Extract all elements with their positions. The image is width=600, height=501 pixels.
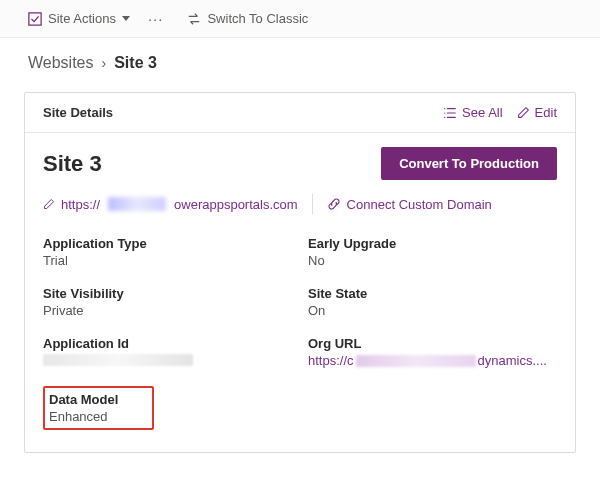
- site-url-row: https:// owerappsportals.com Connect Cus…: [43, 194, 557, 214]
- chevron-right-icon: ›: [102, 55, 107, 71]
- see-all-label: See All: [462, 105, 502, 120]
- breadcrumb-current: Site 3: [114, 54, 157, 72]
- card-body: Site 3 Convert To Production https:// ow…: [25, 133, 575, 452]
- org-url-prefix: https://c: [308, 353, 354, 368]
- field-application-type: Application Type Trial: [43, 236, 292, 268]
- connect-domain-label: Connect Custom Domain: [347, 197, 492, 212]
- field-label: Org URL: [308, 336, 557, 351]
- site-actions-label: Site Actions: [48, 11, 116, 26]
- field-label: Application Type: [43, 236, 292, 251]
- switch-classic-button[interactable]: Switch To Classic: [187, 11, 308, 26]
- field-application-id: Application Id: [43, 336, 292, 368]
- site-url-link[interactable]: https:// owerappsportals.com: [43, 197, 298, 212]
- field-data-model: Data Model Enhanced: [43, 386, 292, 430]
- site-header-row: Site 3 Convert To Production: [43, 147, 557, 180]
- org-url-suffix: dynamics....: [478, 353, 547, 368]
- redacted-value: [43, 354, 193, 366]
- redacted-url-segment: [356, 355, 476, 367]
- field-site-state: Site State On: [308, 286, 557, 318]
- details-grid: Application Type Trial Early Upgrade No …: [43, 236, 557, 430]
- svg-rect-0: [29, 12, 41, 24]
- breadcrumb-parent[interactable]: Websites: [28, 54, 94, 72]
- field-label: Application Id: [43, 336, 292, 351]
- field-value: Private: [43, 303, 292, 318]
- card-header: Site Details See All Edit: [25, 93, 575, 133]
- highlight-box: Data Model Enhanced: [43, 386, 154, 430]
- switch-classic-label: Switch To Classic: [207, 11, 308, 26]
- top-command-bar: Site Actions ··· Switch To Classic: [0, 0, 600, 38]
- link-icon: [327, 197, 341, 211]
- site-url-prefix: https://: [61, 197, 100, 212]
- card-actions: See All Edit: [443, 105, 557, 120]
- field-label: Site State: [308, 286, 557, 301]
- field-label: Site Visibility: [43, 286, 292, 301]
- field-value: Trial: [43, 253, 292, 268]
- list-icon: [443, 106, 457, 120]
- field-value: On: [308, 303, 557, 318]
- field-early-upgrade: Early Upgrade No: [308, 236, 557, 268]
- vertical-divider: [312, 194, 313, 214]
- field-label: Early Upgrade: [308, 236, 557, 251]
- org-url-link[interactable]: https://c dynamics....: [308, 353, 557, 368]
- card-title: Site Details: [43, 105, 113, 120]
- site-actions-menu[interactable]: Site Actions: [28, 11, 130, 26]
- field-site-visibility: Site Visibility Private: [43, 286, 292, 318]
- convert-to-production-button[interactable]: Convert To Production: [381, 147, 557, 180]
- chevron-down-icon: [122, 16, 130, 21]
- site-url-suffix: owerappsportals.com: [174, 197, 298, 212]
- field-label: Data Model: [49, 392, 118, 407]
- site-details-card: Site Details See All Edit Site 3 Convert…: [24, 92, 576, 453]
- field-org-url: Org URL https://c dynamics....: [308, 336, 557, 368]
- switch-icon: [187, 12, 201, 26]
- field-value: Enhanced: [49, 409, 118, 424]
- field-value: No: [308, 253, 557, 268]
- see-all-button[interactable]: See All: [443, 105, 502, 120]
- connect-custom-domain-button[interactable]: Connect Custom Domain: [327, 197, 492, 212]
- empty-cell: [308, 386, 557, 430]
- edit-label: Edit: [535, 105, 557, 120]
- pencil-icon: [517, 106, 530, 119]
- site-name: Site 3: [43, 151, 102, 177]
- breadcrumb: Websites › Site 3: [0, 38, 600, 82]
- redacted-url-segment: [108, 197, 166, 211]
- more-actions-button[interactable]: ···: [148, 10, 164, 27]
- checkbox-icon: [28, 12, 42, 26]
- pencil-icon: [43, 198, 55, 210]
- edit-button[interactable]: Edit: [517, 105, 557, 120]
